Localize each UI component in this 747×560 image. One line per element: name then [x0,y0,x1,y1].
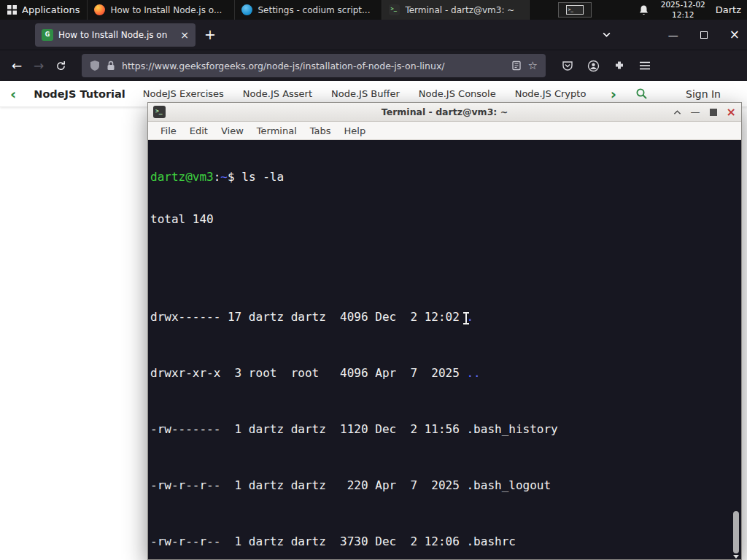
prompt-separator: : [214,170,221,184]
terminal-app-icon [153,106,166,118]
back-button[interactable]: ← [6,55,28,77]
browser-toolbar: ← → https://www.geeksforgeeks.org/node-j… [0,50,747,81]
terminal-close-button[interactable]: × [727,106,736,118]
connection-secure-lock-icon[interactable] [107,61,115,71]
terminal-scrollbar-down-arrow[interactable] [733,555,739,559]
window-maximize-button[interactable] [700,31,708,39]
gfg-nav-link[interactable]: NodeJS Exercises [143,88,224,99]
taskbar-window-button[interactable]: Settings - codium script... [235,0,382,20]
app-icon [241,4,252,15]
terminal-menu-item[interactable]: Tabs [303,125,338,136]
gfg-section-title[interactable]: NodeJS Tutorial [34,88,125,100]
file-meta: drwxr-xr-x 3 root root 4096 Apr 7 2025 [150,366,466,380]
terminal-menu-item[interactable]: File [154,125,183,136]
menu-hamburger-icon[interactable] [639,61,651,71]
file-listing: drwx------ 17 dartz dartz 4096 Dec 2 12:… [150,254,741,559]
forward-button[interactable]: → [28,55,50,77]
file-listing-row: -rw-r--r-- 1 dartz dartz 220 Apr 7 2025 … [150,478,741,492]
file-name: .bashrc [466,534,515,548]
terminal-scrollbar-thumb[interactable] [733,511,739,553]
taskbar-window-title: Settings - codium script... [258,5,370,15]
url-text[interactable]: https://www.geeksforgeeks.org/node-js/in… [122,61,505,71]
file-name: .. [466,366,480,380]
tab-close-icon[interactable]: × [180,30,189,40]
url-bar[interactable]: https://www.geeksforgeeks.org/node-js/in… [82,54,546,77]
terminal-menu-item[interactable]: Help [338,125,373,136]
gfg-nav-link[interactable]: Node.JS Crypto [515,88,587,99]
extensions-puzzle-icon[interactable] [614,60,625,71]
applications-grid-icon [7,5,17,15]
gfg-nav-link[interactable]: Node.JS Assert [243,88,312,99]
taskbar-window-button[interactable]: Terminal - dartz@vm3: ~ [382,0,530,20]
sign-in-button[interactable]: Sign In [686,88,721,100]
terminal-output-area[interactable]: dartz@vm3:~$ ls -la total 140 drwx------… [148,140,741,559]
taskbar-window-title: How to Install Node.js o... [110,5,222,15]
terminal-title-bar[interactable]: Terminal - dartz@vm3: ~ — × [148,103,741,122]
prompt-symbol: $ [228,170,235,184]
browser-active-tab[interactable]: G How to Install Node.js on × [35,23,196,47]
terminal-total-line: total 140 [150,212,741,226]
file-listing-row: -rw-r--r-- 1 dartz dartz 3730 Dec 2 12:0… [150,534,741,548]
tracking-protection-shield-icon[interactable] [90,60,100,71]
window-close-button[interactable]: × [729,28,740,41]
workspace-switcher[interactable] [558,2,592,18]
applications-menu-label: Applications [22,4,80,15]
clock-date: 2025-12-02 [661,0,705,9]
gfg-search-icon[interactable] [635,88,648,100]
terminal-menu-item[interactable]: Terminal [250,125,303,136]
reader-mode-icon[interactable] [511,61,522,71]
bookmark-star-icon[interactable]: ☆ [528,59,538,72]
file-name: .bash_history [466,422,557,436]
gfg-nav-links: NodeJS Exercises Node.JS Assert Node.JS … [143,88,593,99]
mouse-ibeam-cursor [462,312,470,324]
pocket-icon[interactable] [562,60,573,71]
terminal-minimize-button[interactable]: — [691,107,700,117]
file-name: .bash_logout [466,478,551,492]
terminal-menu-bar: File Edit View Terminal Tabs Help [148,122,741,140]
tab-title: How to Install Node.js on [58,30,175,40]
tabbar-right-controls: — × [602,28,740,41]
account-icon[interactable] [587,60,600,72]
browser-tab-bar: G How to Install Node.js on × + — × [0,20,747,50]
terminal-menu-item[interactable]: View [214,125,250,136]
maximize-icon [700,31,708,39]
workspace-window-thumbnail [566,5,584,15]
notifications-bell-icon[interactable] [638,4,649,16]
file-listing-row: drwxr-xr-x 3 root root 4096 Apr 7 2025 .… [150,366,741,380]
terminal-window: Terminal - dartz@vm3: ~ — × File Edit Vi… [147,102,742,560]
terminal-shade-button[interactable] [673,109,681,115]
terminal-menu-item[interactable]: Edit [183,125,214,136]
taskbar-window-button[interactable]: How to Install Node.js o... [88,0,235,20]
nav-scroll-right-chevron-icon[interactable]: › [611,87,616,101]
taskbar: How to Install Node.js o... Settings - c… [87,0,530,20]
nav-scroll-left-chevron-icon[interactable]: ‹ [10,87,16,101]
terminal-maximize-button[interactable] [710,109,717,116]
terminal-window-controls: — × [673,106,736,118]
terminal-command: ls -la [235,170,284,184]
reload-button[interactable] [50,55,71,77]
window-minimize-button[interactable]: — [668,30,678,40]
file-meta: -rw------- 1 dartz dartz 1120 Dec 2 11:5… [150,422,466,436]
file-meta: drwx------ 17 dartz dartz 4096 Dec 2 12:… [150,310,466,324]
file-listing-row: -rw------- 1 dartz dartz 1120 Dec 2 11:5… [150,422,741,436]
file-listing-row: drwx------ 17 dartz dartz 4096 Dec 2 12:… [150,310,741,324]
top-panel: Applications How to Install Node.js o...… [0,0,747,20]
terminal-window-title: Terminal - dartz@vm3: ~ [148,106,741,117]
tab-favicon: G [42,29,53,41]
prompt-user-host: dartz@vm3 [150,170,214,184]
taskbar-window-title: Terminal - dartz@vm3: ~ [405,5,514,15]
gfg-nav-link[interactable]: Node.JS Console [419,88,496,99]
panel-clock[interactable]: 2025-12-02 12:12 [661,0,705,19]
toolbar-right-icons [562,60,651,72]
app-icon [389,4,400,15]
file-meta: -rw-r--r-- 1 dartz dartz 3730 Dec 2 12:0… [150,534,466,548]
maximize-icon [710,109,717,116]
list-all-tabs-icon[interactable] [602,30,611,39]
new-tab-button[interactable]: + [204,28,216,42]
app-icon [94,4,105,15]
file-meta: -rw-r--r-- 1 dartz dartz 220 Apr 7 2025 [150,478,466,492]
gfg-nav-link[interactable]: Node.JS Buffer [331,88,400,99]
applications-menu-button[interactable]: Applications [0,0,87,20]
clock-time: 12:12 [661,10,705,20]
panel-user-label: Dartz [716,4,741,15]
